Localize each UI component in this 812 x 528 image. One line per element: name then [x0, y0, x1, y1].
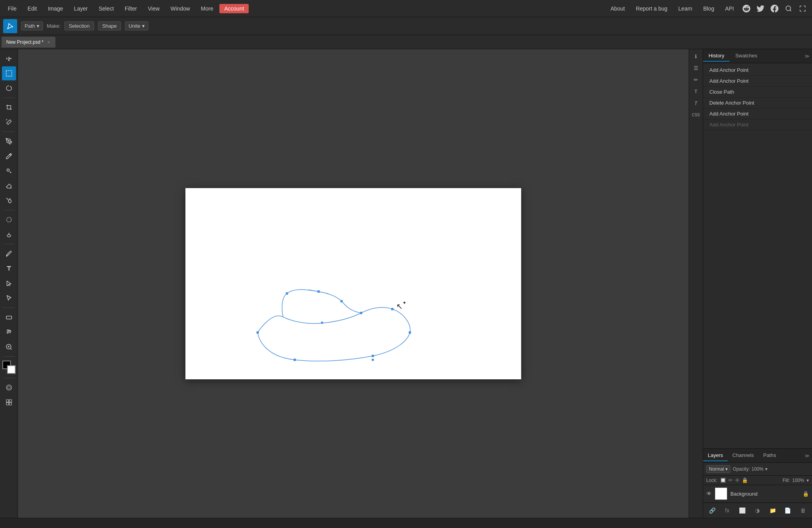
menu-more[interactable]: More	[196, 4, 218, 13]
css-panel-btn[interactable]: CSS	[691, 109, 702, 120]
menu-api[interactable]: API	[720, 4, 739, 13]
tab-layers[interactable]: Layers	[703, 450, 728, 461]
link-layers-btn[interactable]: 🔗	[707, 505, 717, 516]
path-dropdown[interactable]: Path ▾	[21, 21, 43, 30]
opacity-value[interactable]: 100%	[751, 466, 764, 472]
edit-panel-btn[interactable]: ✏	[691, 74, 702, 85]
brush-tool[interactable]	[2, 149, 16, 163]
bucket-tool[interactable]	[2, 194, 16, 208]
clone-tool[interactable]	[2, 164, 16, 178]
svg-rect-30	[360, 312, 362, 314]
shape-tool[interactable]	[2, 310, 16, 324]
color-swatches[interactable]	[2, 361, 16, 374]
canvas-tab[interactable]: New Project.psd * ×	[2, 37, 55, 48]
info-btn[interactable]: ℹ	[691, 51, 702, 62]
type-panel-btn[interactable]: T	[691, 86, 702, 97]
menu-filter[interactable]: Filter	[120, 4, 142, 13]
new-layer-btn[interactable]: 📄	[783, 505, 793, 516]
layers-lock-row: Lock: 🔲 ✏ ✛ 🔒 Fill: 100% ▾	[703, 476, 812, 485]
menu-edit[interactable]: Edit	[23, 4, 42, 13]
history-item[interactable]: Add Anchor Point	[703, 76, 812, 87]
svg-rect-32	[286, 292, 288, 295]
new-group-btn[interactable]: 📁	[767, 505, 778, 516]
lasso-tool[interactable]	[2, 81, 16, 95]
layers-collapse-btn[interactable]: ≫	[805, 453, 810, 459]
svg-rect-24	[9, 403, 11, 405]
tab-history[interactable]: History	[703, 50, 730, 62]
tool-panel	[0, 49, 18, 518]
svg-text:↖: ↖	[396, 302, 403, 311]
type2-panel-btn[interactable]: T	[691, 98, 702, 108]
move-tool[interactable]	[2, 52, 16, 66]
menu-file[interactable]: File	[3, 4, 21, 13]
history-item-dimmed[interactable]: Add Anchor Point	[703, 119, 812, 130]
fill-chevron-icon: ▾	[807, 478, 809, 483]
adjustment-btn[interactable]: ◑	[752, 505, 762, 516]
reddit-icon[interactable]	[740, 2, 753, 15]
canvas-area[interactable]: ↖ ✦	[18, 49, 689, 518]
menu-window[interactable]: Window	[166, 4, 195, 13]
pen-tool[interactable]	[2, 134, 16, 148]
layer-mask-btn[interactable]: ⬜	[737, 505, 748, 516]
unite-chevron-icon: ▾	[142, 23, 145, 29]
menu-image[interactable]: Image	[43, 4, 68, 13]
selection-btn[interactable]: Selection	[64, 21, 94, 30]
grid-btn[interactable]	[2, 395, 16, 409]
tool-sep-5	[3, 308, 15, 308]
fullscreen-icon[interactable]	[796, 2, 809, 15]
svg-rect-27	[372, 355, 374, 357]
menu-about[interactable]: About	[606, 4, 630, 13]
layer-style-btn[interactable]: fx	[722, 505, 732, 516]
type-tool[interactable]	[2, 261, 16, 276]
mask-mode-btn[interactable]	[2, 380, 16, 395]
layer-visibility-btn[interactable]: 👁	[706, 491, 712, 497]
unite-dropdown[interactable]: Unite ▾	[125, 21, 148, 30]
path-tool-icon[interactable]	[3, 19, 17, 33]
twitter-icon[interactable]	[754, 2, 767, 15]
hand-tool[interactable]	[2, 325, 16, 339]
direct-select-tool[interactable]	[2, 291, 16, 305]
zoom-tool[interactable]	[2, 340, 16, 354]
menu-select[interactable]: Select	[94, 4, 119, 13]
delete-layer-btn[interactable]: 🗑	[798, 505, 808, 516]
layer-name: Background	[730, 491, 800, 497]
layer-row-background[interactable]: 👁 Background 🔒	[703, 485, 812, 503]
history-item[interactable]: Add Anchor Point	[703, 65, 812, 76]
wand-tool[interactable]	[2, 115, 16, 129]
menu-layer[interactable]: Layer	[69, 4, 93, 13]
facebook-icon[interactable]	[768, 2, 781, 15]
history-item[interactable]: Add Anchor Point	[703, 108, 812, 119]
adjustments-btn[interactable]: ☰	[691, 62, 702, 73]
svg-line-1	[790, 10, 791, 11]
path-select-tool[interactable]	[2, 276, 16, 290]
history-item[interactable]: Close Path	[703, 87, 812, 98]
tab-paths[interactable]: Paths	[759, 450, 781, 461]
menu-view[interactable]: View	[143, 4, 164, 13]
menu-report-bug[interactable]: Report a bug	[631, 4, 672, 13]
menu-account[interactable]: Account	[219, 4, 249, 13]
lock-all-btn[interactable]: 🔒	[742, 477, 748, 483]
history-item[interactable]: Delete Anchor Point	[703, 98, 812, 108]
crop-tool[interactable]	[2, 100, 16, 114]
canvas-document: ↖ ✦	[185, 188, 521, 379]
eyedropper-tool[interactable]	[2, 247, 16, 261]
fill-value[interactable]: 100%	[792, 478, 804, 483]
search-icon[interactable]	[782, 2, 795, 15]
lock-position-btn[interactable]: ✛	[735, 477, 739, 483]
tab-swatches[interactable]: Swatches	[730, 50, 762, 62]
shape-btn[interactable]: Shape	[98, 21, 121, 30]
tab-close-btn[interactable]: ×	[46, 40, 50, 44]
menu-learn[interactable]: Learn	[674, 4, 697, 13]
dodge-tool[interactable]	[2, 228, 16, 242]
tab-channels[interactable]: Channels	[728, 450, 759, 461]
blend-mode-dropdown[interactable]: Normal ▾	[706, 465, 730, 473]
marquee-tool[interactable]	[2, 66, 16, 80]
panel-collapse-btn[interactable]: ≫	[805, 53, 810, 59]
blur-tool[interactable]	[2, 213, 16, 227]
background-color[interactable]	[7, 365, 16, 374]
menu-blog[interactable]: Blog	[698, 4, 719, 13]
lock-image-btn[interactable]: ✏	[728, 477, 733, 483]
lock-transparency-btn[interactable]: 🔲	[720, 477, 726, 483]
eraser-tool[interactable]	[2, 179, 16, 193]
svg-rect-14	[6, 316, 12, 319]
